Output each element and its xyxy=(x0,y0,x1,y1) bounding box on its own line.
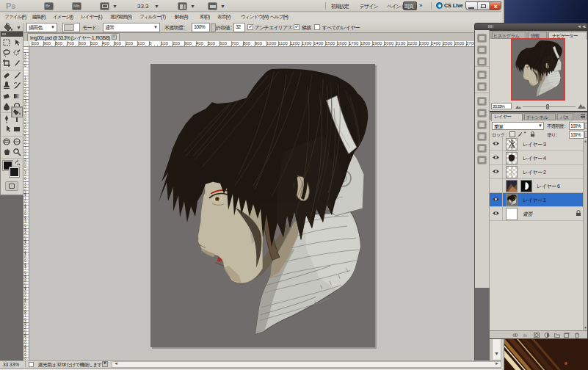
svg-text:fx: fx xyxy=(523,333,528,338)
